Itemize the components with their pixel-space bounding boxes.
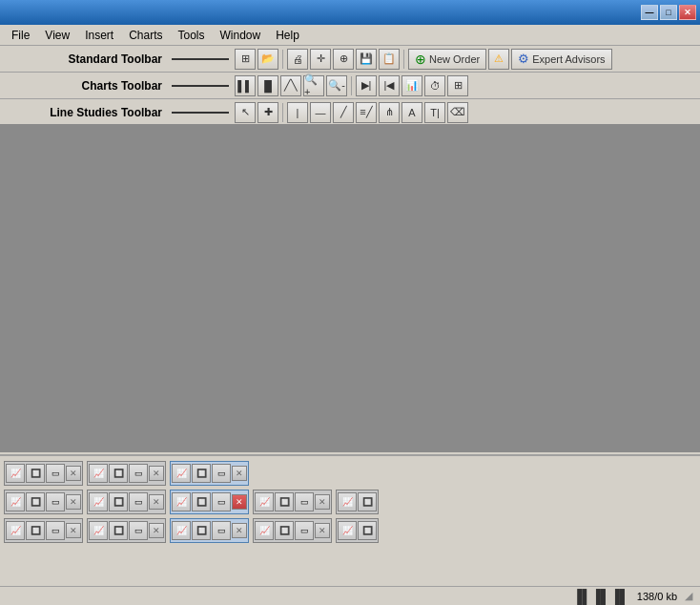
tab-icon-3c[interactable]: ▭ (212, 464, 231, 483)
tab-close-7[interactable]: ✕ (315, 494, 330, 510)
tab-icon-6b[interactable]: 🔲 (192, 492, 211, 511)
cursor-btn[interactable]: ✛ (310, 49, 331, 70)
tab-icon-8b[interactable]: 🔲 (358, 492, 377, 511)
menu-file[interactable]: File (4, 27, 37, 44)
grid-btn[interactable]: ⊞ (447, 75, 468, 96)
tab-close-12[interactable]: ✕ (315, 523, 330, 538)
channel-btn[interactable]: ≡╱ (356, 102, 377, 123)
maximize-button[interactable]: □ (660, 5, 677, 20)
tab-close-6[interactable]: ✕ (232, 494, 247, 510)
tab-icon-2a[interactable]: 📈 (89, 464, 108, 483)
tab-icon-6c[interactable]: ▭ (212, 492, 231, 511)
tab-group-10: 📈 🔲 ▭ ✕ (87, 518, 166, 543)
tab-icon-1a[interactable]: 📈 (6, 464, 25, 483)
new-chart-btn[interactable]: ⊞ (235, 49, 256, 70)
vertical-line-btn[interactable]: | (287, 102, 308, 123)
tab-icon-13b[interactable]: 🔲 (358, 521, 377, 540)
trend-line-btn[interactable]: ╱ (333, 102, 354, 123)
tab-close-2[interactable]: ✕ (149, 466, 164, 481)
tab-icon-7a[interactable]: 📈 (255, 492, 274, 511)
tab-close-3[interactable]: ✕ (232, 466, 247, 481)
label-btn[interactable]: T| (424, 102, 445, 123)
linestudies-toolbar: Line Studies Toolbar ↖ ✚ | — ╱ ≡╱ ⋔ A T|… (0, 99, 700, 126)
alert-btn[interactable]: ⚠ (488, 49, 509, 70)
chart-template-btn[interactable]: 📊 (401, 75, 422, 96)
tab-group-2: 📈 🔲 ▭ ✕ (87, 461, 166, 486)
tab-icon-11a[interactable]: 📈 (172, 521, 191, 540)
time-btn[interactable]: ⏱ (424, 75, 445, 96)
tab-close-9[interactable]: ✕ (66, 523, 81, 538)
close-button[interactable]: ✕ (679, 5, 696, 20)
charts-toolbar-label: Charts Toolbar (4, 79, 166, 93)
menu-charts[interactable]: Charts (121, 27, 170, 44)
tab-icon-11c[interactable]: ▭ (212, 521, 231, 540)
crosshair-btn[interactable]: ⊕ (333, 49, 354, 70)
new-order-btn[interactable]: ⊕ New Order (408, 49, 486, 70)
tab-icon-13a[interactable]: 📈 (338, 521, 357, 540)
crosshair2-btn[interactable]: ✚ (257, 102, 278, 123)
window-controls: — □ ✕ (641, 5, 696, 20)
bottom-panel: 📈 🔲 ▭ ✕ 📈 🔲 ▭ ✕ 📈 🔲 ▭ ✕ 📈 🔲 ▭ ✕ 📈 (0, 454, 700, 586)
tab-icon-4c[interactable]: ▭ (46, 492, 65, 511)
tab-close-10[interactable]: ✕ (149, 523, 164, 538)
line-chart-btn[interactable]: ╱╲ (280, 75, 301, 96)
scroll-right-btn[interactable]: ▶| (356, 75, 377, 96)
menu-tools[interactable]: Tools (171, 27, 213, 44)
tab-icon-12a[interactable]: 📈 (255, 521, 274, 540)
delete-btn[interactable]: ⌫ (447, 102, 468, 123)
bar-chart-btn[interactable]: ▌▌ (235, 75, 256, 96)
tab-icon-11b[interactable]: 🔲 (192, 521, 211, 540)
print-btn[interactable]: 🖨 (287, 49, 308, 70)
tab-group-3: 📈 🔲 ▭ ✕ (170, 461, 249, 486)
tab-icon-8a[interactable]: 📈 (338, 492, 357, 511)
tab-icon-4a[interactable]: 📈 (6, 492, 25, 511)
tab-icon-9a[interactable]: 📈 (6, 521, 25, 540)
tab-icon-2b[interactable]: 🔲 (109, 464, 128, 483)
tab-icon-12c[interactable]: ▭ (295, 521, 314, 540)
tab-icon-5c[interactable]: ▭ (129, 492, 148, 511)
saveas-btn[interactable]: 📋 (379, 49, 400, 70)
tab-group-5: 📈 🔲 ▭ ✕ (87, 490, 166, 514)
tab-icon-4b[interactable]: 🔲 (26, 492, 45, 511)
tab-icon-7c[interactable]: ▭ (295, 492, 314, 511)
tab-icon-6a[interactable]: 📈 (172, 492, 191, 511)
zoom-in-btn[interactable]: 🔍+ (303, 75, 324, 96)
candle-chart-btn[interactable]: ▐▌ (257, 75, 278, 96)
expert-advisors-btn[interactable]: ⚙ Expert Advisors (511, 49, 611, 70)
tab-close-4[interactable]: ✕ (66, 494, 81, 510)
standard-toolbar-separator (172, 58, 229, 60)
tab-icon-12b[interactable]: 🔲 (275, 521, 294, 540)
tab-icon-1b[interactable]: 🔲 (26, 464, 45, 483)
text-btn[interactable]: A (401, 102, 422, 123)
save-btn[interactable]: 💾 (356, 49, 377, 70)
tab-icon-3a[interactable]: 📈 (172, 464, 191, 483)
tab-icon-2c[interactable]: ▭ (129, 464, 148, 483)
menu-view[interactable]: View (37, 27, 77, 44)
pitchfork-btn[interactable]: ⋔ (379, 102, 400, 123)
menu-window[interactable]: Window (213, 27, 269, 44)
pointer-btn[interactable]: ↖ (235, 102, 256, 123)
tab-icon-3b[interactable]: 🔲 (192, 464, 211, 483)
tab-icon-5a[interactable]: 📈 (89, 492, 108, 511)
menu-insert[interactable]: Insert (77, 27, 121, 44)
tab-icon-5b[interactable]: 🔲 (109, 492, 128, 511)
zoom-out-btn[interactable]: 🔍- (326, 75, 347, 96)
divider3 (351, 76, 352, 95)
tab-close-1[interactable]: ✕ (66, 466, 81, 481)
tab-close-5[interactable]: ✕ (149, 494, 164, 510)
tab-close-11[interactable]: ✕ (232, 523, 247, 538)
tab-icon-9c[interactable]: ▭ (46, 521, 65, 540)
menu-help[interactable]: Help (268, 27, 307, 44)
open-btn[interactable]: 📂 (257, 49, 278, 70)
scroll-left-btn[interactable]: |◀ (379, 75, 400, 96)
tab-icon-10c[interactable]: ▭ (129, 521, 148, 540)
tab-icon-7b[interactable]: 🔲 (275, 492, 294, 511)
tab-group-13: 📈 🔲 (336, 518, 379, 543)
horizontal-line-btn[interactable]: — (310, 102, 331, 123)
tab-group-12: 📈 🔲 ▭ ✕ (253, 518, 332, 543)
tab-icon-10b[interactable]: 🔲 (109, 521, 128, 540)
tab-icon-9b[interactable]: 🔲 (26, 521, 45, 540)
minimize-button[interactable]: — (641, 5, 658, 20)
tab-icon-10a[interactable]: 📈 (89, 521, 108, 540)
tab-icon-1c[interactable]: ▭ (46, 464, 65, 483)
